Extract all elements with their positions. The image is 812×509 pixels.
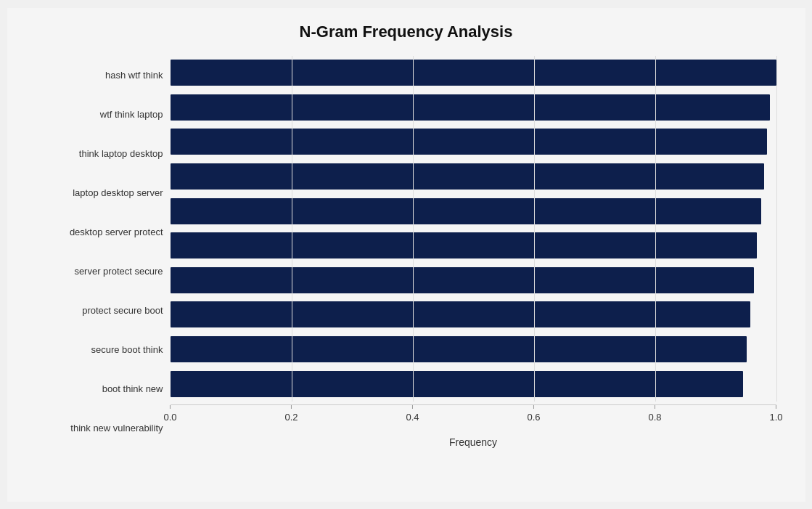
x-tick-label: 0.6 <box>527 412 540 423</box>
x-axis: 0.00.20.40.60.81.0 <box>171 404 776 433</box>
bar <box>171 232 757 258</box>
grid-line <box>776 56 777 402</box>
chart-container: N-Gram Frequency Analysis hash wtf think… <box>7 8 805 502</box>
x-tick-line <box>170 405 171 409</box>
x-tick: 1.0 <box>769 405 782 423</box>
bars-and-x: 0.00.20.40.60.81.0 Frequency <box>171 56 776 448</box>
bar <box>171 94 771 121</box>
x-tick-line <box>533 405 534 409</box>
bar-row <box>171 264 776 296</box>
x-tick-line <box>776 405 776 409</box>
y-axis-label: boot think new <box>36 371 163 407</box>
x-tick-label: 0.0 <box>163 412 176 423</box>
x-tick-line <box>655 405 655 409</box>
y-axis-label: laptop desktop server <box>36 175 163 211</box>
y-axis-label: server protect secure <box>36 253 163 290</box>
bar-row <box>171 298 776 331</box>
x-tick-line <box>412 405 413 409</box>
x-tick-label: 0.8 <box>648 412 661 423</box>
bar <box>171 129 767 155</box>
x-tick: 0.0 <box>163 405 176 423</box>
y-axis-label: think new vulnerability <box>36 410 163 447</box>
y-axis-label: think laptop desktop <box>36 136 163 172</box>
bars-section <box>171 56 776 402</box>
y-axis-label: wtf think laptop <box>36 97 163 133</box>
bar <box>171 371 743 397</box>
x-tick-label: 1.0 <box>769 412 782 423</box>
bar-row <box>171 333 776 366</box>
x-tick-line <box>291 405 292 409</box>
bar <box>171 198 761 224</box>
y-axis-label: secure boot think <box>36 332 163 368</box>
bar-row <box>171 126 776 158</box>
bar-row <box>171 91 776 123</box>
x-tick-label: 0.4 <box>406 412 419 423</box>
x-tick-label: 0.2 <box>284 412 298 423</box>
y-axis-label: desktop server protect <box>36 214 163 251</box>
x-tick: 0.6 <box>527 405 540 423</box>
bar <box>171 301 750 327</box>
x-axis-title: Frequency <box>171 436 776 448</box>
y-axis-label: hash wtf think <box>36 57 163 94</box>
x-tick: 0.4 <box>406 405 419 423</box>
bar-row <box>171 160 776 193</box>
x-tick: 0.2 <box>284 405 298 423</box>
chart-title: N-Gram Frequency Analysis <box>36 23 776 41</box>
y-axis: hash wtf thinkwtf think laptopthink lapt… <box>36 56 171 448</box>
y-axis-label: protect secure boot <box>36 293 163 329</box>
bar-row <box>171 57 776 89</box>
bar <box>171 60 776 86</box>
bar <box>171 163 764 190</box>
bar <box>171 336 747 362</box>
chart-area: hash wtf thinkwtf think laptopthink lapt… <box>36 56 776 448</box>
x-tick: 0.8 <box>648 405 661 423</box>
bar-row <box>171 229 776 262</box>
bar-row <box>171 367 776 400</box>
bar-row <box>171 195 776 227</box>
bar <box>171 267 754 293</box>
